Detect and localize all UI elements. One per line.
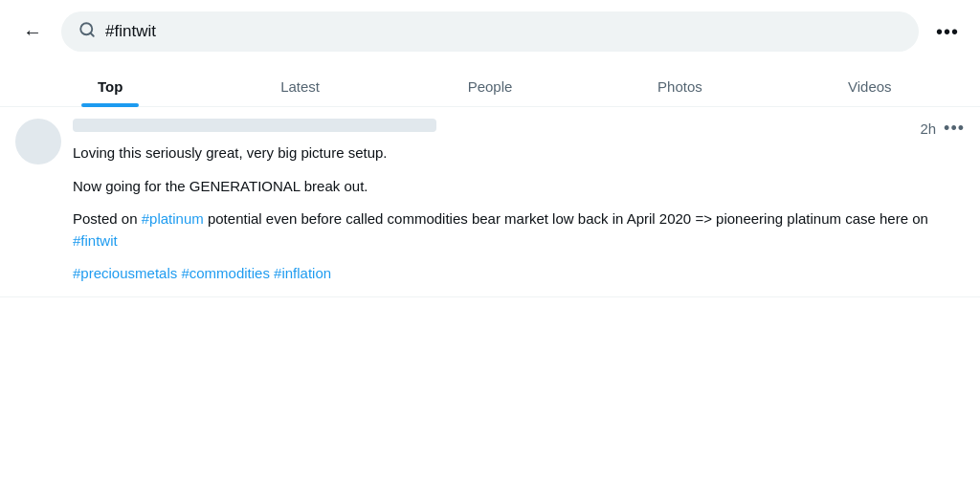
tab-photos[interactable]: Photos (585, 63, 774, 106)
tab-videos[interactable]: Videos (775, 63, 965, 106)
search-bar[interactable]: #fintwit (61, 11, 919, 52)
tab-bar: Top Latest People Photos Videos (0, 63, 980, 107)
header-more-button[interactable]: ••• (930, 14, 965, 49)
search-query-text: #fintwit (105, 22, 156, 41)
tab-people[interactable]: People (395, 63, 585, 106)
back-button[interactable]: ← (15, 14, 50, 49)
tab-top[interactable]: Top (15, 63, 205, 106)
tweet-body: Loving this seriously great, very big pi… (73, 142, 965, 285)
username-bar (73, 119, 436, 132)
tweet-line1: Loving this seriously great, very big pi… (73, 142, 965, 164)
search-icon (78, 21, 96, 42)
tweet-more-button[interactable]: ••• (944, 119, 965, 139)
tweet-time: 2h (920, 120, 936, 137)
svg-line-1 (90, 33, 93, 35)
tweet-meta: 2h ••• (920, 119, 965, 139)
tweet-header: 2h ••• (73, 119, 965, 139)
hashtag-platinum[interactable]: #platinum (142, 210, 204, 227)
username-area (73, 119, 436, 136)
tweet-line4: #preciousmetals #commodities #inflation (73, 263, 965, 285)
tweet-card: 2h ••• Loving this seriously great, very… (0, 107, 980, 297)
tweet-hashtags-line4[interactable]: #preciousmetals #commodities #inflation (73, 265, 331, 281)
tweet-line3: Posted on #platinum potential even befor… (73, 208, 965, 252)
header: ← #fintwit ••• (0, 0, 980, 63)
tweet-line2: Now going for the GENERATIONAL break out… (73, 176, 965, 198)
tweet-content: 2h ••• Loving this seriously great, very… (73, 119, 965, 285)
avatar (15, 119, 61, 164)
hashtag-fintwit[interactable]: #fintwit (73, 232, 118, 249)
tab-latest[interactable]: Latest (205, 63, 394, 106)
